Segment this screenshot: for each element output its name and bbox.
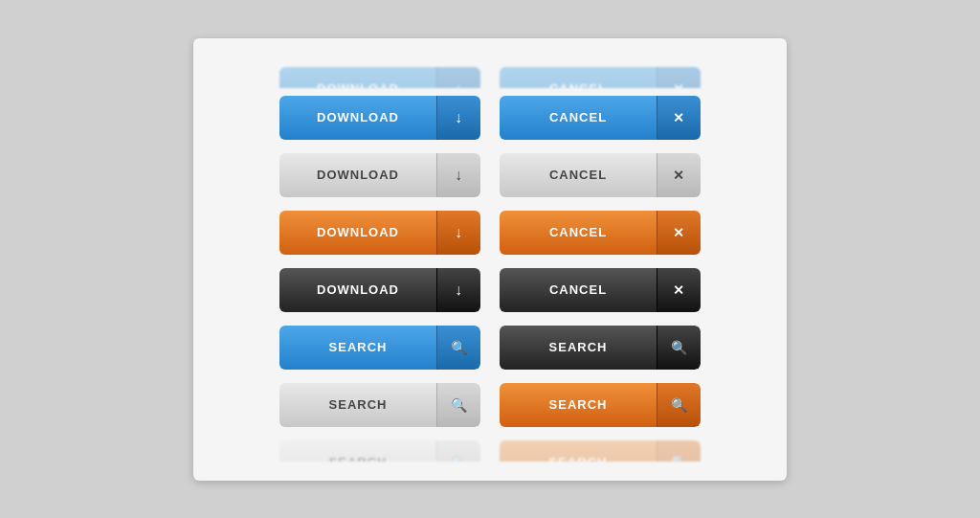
orange-cancel-btn[interactable]: CANCEL [500,211,701,255]
row-black: DOWNLOAD CANCEL [232,268,748,312]
gray-search-label: SEARCH [279,383,436,427]
blue-search-icon [436,326,480,370]
partial-download-btn[interactable]: DOWNLOAD [279,67,480,88]
black-download-icon [436,268,480,312]
orange-search-label: SEARCH [500,383,657,427]
black-cancel-btn[interactable]: CANCEL [500,268,701,312]
blue-download-icon [436,96,480,140]
black-search-label: SEARCH [500,326,657,370]
main-card: DOWNLOAD CANCEL DOWNLOAD CANCEL DOWNLOAD… [193,38,787,481]
bottom-partial-row: SEARCH SEARCH [232,440,748,462]
gray-download-icon [436,153,480,197]
partial-cancel-icon [657,67,701,88]
partial-orange-search-btn: SEARCH [500,440,701,462]
row-blue: DOWNLOAD CANCEL [232,96,748,140]
gray-search-btn[interactable]: SEARCH [279,383,480,427]
blue-search-btn[interactable]: SEARCH [279,326,480,370]
partial-cancel-btn[interactable]: CANCEL [500,67,701,88]
blue-cancel-label: CANCEL [500,96,657,140]
orange-download-btn[interactable]: DOWNLOAD [279,211,480,255]
blue-cancel-icon [657,96,701,140]
black-search-icon [657,326,701,370]
partial-download-icon [436,67,480,88]
partial-download-label: DOWNLOAD [279,67,436,88]
row-orange: DOWNLOAD CANCEL [232,211,748,255]
row-gray: DOWNLOAD CANCEL [232,153,748,197]
orange-search-icon [657,383,701,427]
black-download-label: DOWNLOAD [279,268,436,312]
blue-cancel-btn[interactable]: CANCEL [500,96,701,140]
blue-search-label: SEARCH [279,326,436,370]
gray-download-btn[interactable]: DOWNLOAD [279,153,480,197]
orange-cancel-icon [657,211,701,255]
partial-orange-search-icon [657,440,701,462]
partial-gray-search-label: SEARCH [279,440,436,462]
gray-cancel-btn[interactable]: CANCEL [500,153,701,197]
partial-orange-search-label: SEARCH [500,440,657,462]
partial-gray-search-icon [436,440,480,462]
orange-cancel-label: CANCEL [500,211,657,255]
partial-gray-search-btn: SEARCH [279,440,480,462]
orange-download-label: DOWNLOAD [279,211,436,255]
row-search-2: SEARCH SEARCH [232,383,748,427]
gray-cancel-icon [657,153,701,197]
orange-search-btn[interactable]: SEARCH [500,383,701,427]
gray-cancel-label: CANCEL [500,153,657,197]
top-partial-row: DOWNLOAD CANCEL [232,67,748,88]
black-download-btn[interactable]: DOWNLOAD [279,268,480,312]
black-search-btn[interactable]: SEARCH [500,326,701,370]
partial-cancel-label: CANCEL [500,67,657,88]
gray-search-icon [436,383,480,427]
blue-download-label: DOWNLOAD [279,96,436,140]
gray-download-label: DOWNLOAD [279,153,436,197]
orange-download-icon [436,211,480,255]
black-cancel-label: CANCEL [500,268,657,312]
row-search-1: SEARCH SEARCH [232,326,748,370]
blue-download-btn[interactable]: DOWNLOAD [279,96,480,140]
black-cancel-icon [657,268,701,312]
